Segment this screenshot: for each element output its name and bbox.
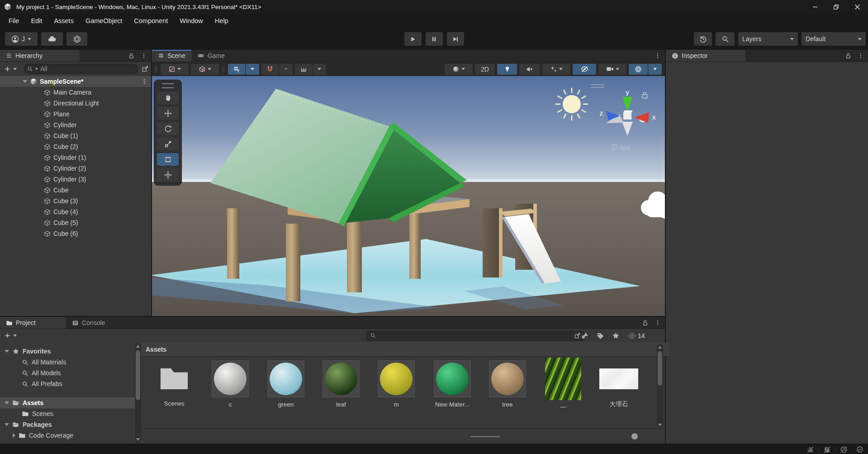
camera-settings-dropdown[interactable] [598,64,626,75]
overlay-drag-handle[interactable] [162,83,174,88]
grid-snapping-toggle[interactable] [261,64,279,75]
lock-icon[interactable] [642,320,649,326]
global-search-button[interactable] [716,32,735,46]
hidden-packages-toggle[interactable]: 14 [628,332,645,340]
tool-handle-rotation-dropdown[interactable] [191,64,219,75]
hierarchy-row[interactable]: Cylinder (1) [0,152,151,163]
debugger-detached-icon[interactable] [802,446,818,454]
asset-tile-material[interactable]: m [375,360,418,408]
gizmos-dropdown[interactable] [648,64,662,75]
scroll-up-icon[interactable] [136,345,140,348]
hierarchy-row[interactable]: Cylinder (2) [0,163,151,174]
kebab-menu-icon[interactable] [858,53,864,59]
hierarchy-row[interactable]: Cube [0,185,151,196]
kebab-menu-icon[interactable] [141,78,147,85]
view-tool-button[interactable] [157,91,179,104]
lock-icon[interactable] [128,53,135,59]
hierarchy-row[interactable]: Cube (4) [0,206,151,217]
layers-dropdown[interactable]: Layers [738,32,798,46]
gizmo-center-cube[interactable] [623,112,631,119]
hierarchy-row[interactable]: Cube (2) [0,141,151,152]
tab-project[interactable]: Project [0,317,66,329]
scene-picker-icon[interactable] [142,65,149,72]
tab-inspector[interactable]: Inspector [666,50,745,62]
tree-row-favorites[interactable]: Favorites [0,346,138,357]
move-tool-button[interactable] [157,107,179,119]
hierarchy-row[interactable]: Cube (5) [0,217,151,228]
2d-toggle[interactable]: 2D [475,64,495,75]
scroll-down-icon[interactable] [136,438,140,441]
rect-tool-button[interactable] [157,153,179,166]
play-button[interactable] [404,32,422,46]
kebab-menu-icon[interactable] [655,53,661,59]
hierarchy-row[interactable]: Cylinder (3) [0,174,151,185]
tree-row-all-models[interactable]: All Models [0,368,156,378]
cache-server-disconnected-icon[interactable] [819,446,835,454]
scrollbar-thumb[interactable] [136,350,140,400]
grid-snapping-dropdown[interactable] [279,64,293,75]
scroll-down-icon[interactable] [658,424,662,426]
menu-gameobject[interactable]: GameObject [80,14,128,28]
hierarchy-row[interactable]: Main Camera [0,87,151,98]
add-object-chevron-icon[interactable] [13,68,17,70]
asset-tile-material[interactable]: New Mater... [431,360,474,408]
grid-visibility-dropdown[interactable] [246,64,259,75]
pause-button[interactable] [426,32,443,46]
save-search-star-icon[interactable] [612,332,620,339]
iso-label[interactable]: Iso [620,144,630,152]
kebab-menu-icon[interactable] [141,53,147,59]
minimize-button[interactable] [804,0,825,14]
drag-handle[interactable] [155,66,157,72]
audio-mute-toggle[interactable] [519,64,540,75]
tab-console[interactable]: Console [66,317,111,329]
snap-increment-button[interactable] [295,64,312,75]
cloud-services-button[interactable] [41,32,63,46]
hierarchy-row-scene[interactable]: SampleScene* [0,76,151,87]
search-by-type-icon[interactable] [581,332,588,339]
tab-scene[interactable]: Scene [152,50,191,62]
effects-dropdown[interactable] [542,64,570,75]
tree-row-packages[interactable]: Packages [0,419,138,430]
scale-tool-button[interactable] [157,138,179,150]
hierarchy-row[interactable]: Cylinder [0,119,151,130]
tree-row-all-materials[interactable]: All Materials [0,357,156,368]
asset-tile-material[interactable]: tree [486,360,529,408]
foldout-open-icon[interactable] [5,423,9,426]
asset-tile-material[interactable]: c [209,360,252,408]
search-picker-icon[interactable] [574,332,581,339]
tab-game[interactable]: Game [191,50,231,62]
hierarchy-row[interactable]: Cube (6) [0,228,151,239]
rotate-tool-button[interactable] [157,122,179,135]
foldout-open-icon[interactable] [5,350,9,353]
menu-window[interactable]: Window [174,14,209,28]
tree-scrollbar[interactable] [135,343,141,443]
foldout-open-icon[interactable] [5,401,9,404]
kebab-menu-icon[interactable] [655,320,661,326]
collab-disabled-icon[interactable] [835,446,852,454]
search-by-label-icon[interactable] [597,332,604,339]
tree-row-assets[interactable]: Assets [0,397,138,408]
undo-history-button[interactable] [694,32,712,46]
scene-lighting-toggle[interactable] [497,64,517,75]
transform-tool-button[interactable] [157,168,179,181]
asset-tile-texture[interactable]: 大理石 [597,360,640,408]
hierarchy-row[interactable]: Cube (1) [0,130,151,141]
hierarchy-search-input[interactable]: All [24,64,138,74]
hierarchy-row[interactable]: Directional Light [0,98,151,109]
menu-edit[interactable]: Edit [25,14,48,28]
menu-file[interactable]: File [3,14,25,28]
scroll-up-icon[interactable] [658,346,662,349]
lock-icon[interactable] [845,53,852,59]
gizmos-toggle[interactable] [629,64,648,75]
hierarchy-row[interactable]: Plane [0,109,151,119]
scene-viewport[interactable]: y z x Iso [152,76,665,316]
add-object-icon[interactable] [4,66,11,72]
asset-tile-scenes[interactable]: Scenes [152,360,196,407]
version-control-button[interactable] [66,32,87,46]
asset-tile-texture[interactable]: 一 [541,360,585,412]
snap-increment-dropdown[interactable] [313,64,326,75]
scene-visibility-toggle[interactable] [573,64,596,75]
foldout-open-icon[interactable] [23,80,27,83]
asset-tile-material[interactable]: green [264,360,308,408]
step-button[interactable] [447,32,464,46]
